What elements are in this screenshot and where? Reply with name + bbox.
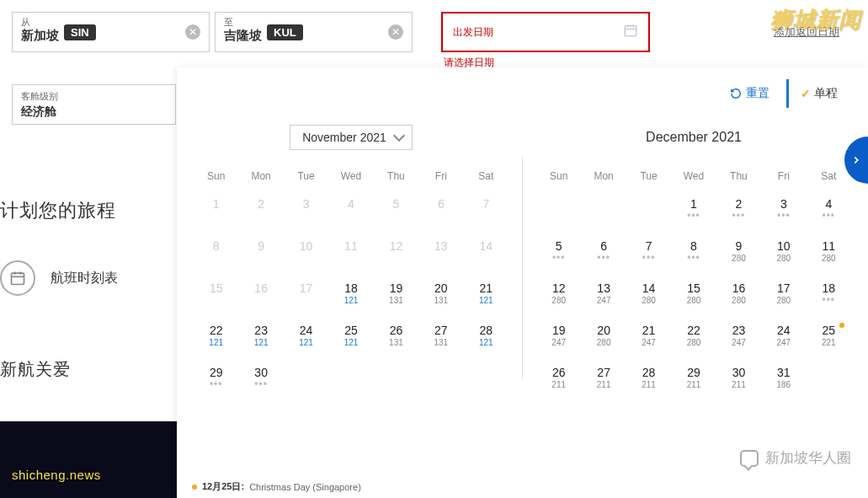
month-left: November 2021 SunMonTueWedThuFriSat 1234… bbox=[194, 123, 509, 396]
clear-destination-icon[interactable]: ✕ bbox=[388, 24, 403, 40]
calendar-day[interactable]: 26131 bbox=[374, 320, 418, 354]
calendar-popup: 重置 ✓ 单程 November 2021 SunMonTueWedThuFri… bbox=[177, 67, 868, 498]
clear-origin-icon[interactable]: ✕ bbox=[185, 24, 200, 40]
calendar-day[interactable]: 18••• bbox=[807, 278, 851, 312]
calendar-day[interactable]: 4••• bbox=[807, 194, 851, 228]
calendar-day[interactable]: 3••• bbox=[761, 194, 806, 228]
calendar-day[interactable]: 7••• bbox=[626, 236, 671, 270]
calendar-day: 11 bbox=[328, 236, 373, 270]
calendar-day[interactable]: 31186 bbox=[761, 362, 806, 396]
calendar-day[interactable]: 2••• bbox=[716, 194, 761, 228]
calendar-day[interactable]: 25121 bbox=[328, 320, 373, 354]
calendar-day[interactable]: 22121 bbox=[194, 320, 238, 354]
calendar-day[interactable]: 21247 bbox=[626, 320, 671, 354]
dow-label: Fri bbox=[418, 167, 463, 185]
calendar-day[interactable]: 28211 bbox=[626, 362, 671, 396]
calendar-day: 10 bbox=[284, 236, 328, 270]
calendar-day[interactable]: 23247 bbox=[716, 320, 761, 354]
calendar-day[interactable]: 29211 bbox=[671, 362, 716, 396]
calendar-day[interactable]: 30••• bbox=[238, 362, 283, 396]
origin-code-badge: SIN bbox=[64, 24, 96, 40]
calendar-day[interactable]: 12280 bbox=[536, 278, 581, 312]
calendar-day[interactable]: 20131 bbox=[418, 278, 463, 312]
calendar-day: 12 bbox=[374, 236, 418, 270]
flight-schedule-row[interactable]: 航班时刻表 bbox=[0, 249, 177, 308]
watermark-bottom-right: 新加坡华人圈 bbox=[740, 448, 851, 468]
dow-label: Fri bbox=[761, 167, 806, 185]
calendar-day[interactable]: 22280 bbox=[671, 320, 716, 354]
calendar-day[interactable]: 19131 bbox=[374, 278, 418, 312]
calendar-day: 13 bbox=[418, 236, 463, 270]
calendar-day: 17 bbox=[284, 278, 328, 312]
calendar-day[interactable]: 30211 bbox=[716, 362, 761, 396]
destination-field[interactable]: 至 吉隆坡 KUL ✕ bbox=[215, 12, 413, 52]
calendar-day[interactable]: 27211 bbox=[581, 362, 626, 396]
calendar-day[interactable]: 20280 bbox=[581, 320, 626, 354]
calendar-day: 16 bbox=[238, 278, 283, 312]
watermark-top-right: 狮城新闻 bbox=[770, 5, 861, 35]
calendar-day[interactable]: 8••• bbox=[671, 236, 716, 270]
calendar-day[interactable]: 19247 bbox=[536, 320, 581, 354]
dow-label: Sat bbox=[464, 167, 509, 185]
calendar-day[interactable]: 14280 bbox=[626, 278, 671, 312]
care-heading: 新航关爱 bbox=[0, 358, 177, 381]
calendar-day: 1 bbox=[194, 194, 238, 228]
calendar-day[interactable]: 6••• bbox=[581, 236, 626, 270]
calendar-day: 8 bbox=[194, 236, 238, 270]
calendar-day[interactable]: 13247 bbox=[581, 278, 626, 312]
calendar-day[interactable]: 11280 bbox=[807, 236, 851, 270]
calendar-day: 9 bbox=[238, 236, 283, 270]
cabin-value: 经济舱 bbox=[21, 104, 167, 120]
reset-button[interactable]: 重置 bbox=[730, 86, 769, 101]
month-selector[interactable]: November 2021 bbox=[290, 125, 413, 150]
calendar-day[interactable]: 24121 bbox=[284, 320, 328, 354]
calendar-day[interactable]: 5••• bbox=[536, 236, 581, 270]
origin-field[interactable]: 从 新加坡 SIN ✕ bbox=[12, 12, 210, 52]
dow-label: Thu bbox=[374, 167, 418, 185]
destination-city: 吉隆坡 bbox=[224, 28, 262, 44]
calendar-day[interactable]: 21121 bbox=[464, 278, 509, 312]
calendar-day[interactable]: 16280 bbox=[716, 278, 761, 312]
calendar-day[interactable]: 28121 bbox=[464, 320, 509, 354]
dow-label: Sun bbox=[536, 167, 581, 185]
departure-date-field[interactable]: 出发日期 bbox=[441, 12, 650, 52]
calendar-day: 3 bbox=[284, 194, 328, 228]
dow-label: Tue bbox=[284, 167, 328, 185]
holiday-legend: 12月25日: Christmas Day (Singapore) bbox=[192, 480, 361, 493]
calendar-day[interactable]: 29••• bbox=[194, 362, 238, 396]
calendar-day[interactable]: 9280 bbox=[716, 236, 761, 270]
cabin-label: 客舱级别 bbox=[21, 90, 167, 103]
legend-dot-icon bbox=[192, 485, 197, 490]
dow-label: Tue bbox=[626, 167, 671, 185]
dow-label: Sun bbox=[194, 167, 238, 185]
calendar-day[interactable]: 15280 bbox=[671, 278, 716, 312]
oneway-label: 单程 bbox=[814, 86, 838, 101]
oneway-tab[interactable]: ✓ 单程 bbox=[786, 79, 838, 108]
calendar-icon bbox=[623, 23, 638, 41]
origin-city: 新加坡 bbox=[21, 28, 59, 44]
calendar-day[interactable]: 23121 bbox=[238, 320, 283, 354]
svg-rect-4 bbox=[12, 273, 24, 284]
destination-code-badge: KUL bbox=[267, 24, 303, 40]
calendar-day[interactable]: 24247 bbox=[761, 320, 806, 354]
calendar-day[interactable]: 10280 bbox=[761, 236, 806, 270]
cabin-class-field[interactable]: 客舱级别 经济舱 bbox=[12, 84, 176, 125]
calendar-day: 7 bbox=[464, 194, 509, 228]
departure-date-label: 出发日期 bbox=[453, 25, 493, 40]
watermark-bottom-left: shicheng.news bbox=[12, 468, 101, 482]
calendar-day[interactable]: 1••• bbox=[671, 194, 716, 228]
legend-date: 12月25日: bbox=[202, 480, 244, 493]
dow-label: Mon bbox=[238, 167, 283, 185]
calendar-day[interactable]: 18121 bbox=[328, 278, 373, 312]
calendar-day[interactable]: 25221 bbox=[807, 320, 851, 354]
svg-rect-0 bbox=[625, 26, 636, 36]
month-right-title: December 2021 bbox=[536, 123, 851, 152]
origin-label: 从 bbox=[21, 16, 30, 29]
calendar-day: 2 bbox=[238, 194, 283, 228]
calendar-day[interactable]: 17280 bbox=[761, 278, 806, 312]
calendar-day[interactable]: 27131 bbox=[418, 320, 463, 354]
month-right: December 2021 SunMonTueWedThuFriSat 1•••… bbox=[536, 123, 851, 396]
calendar-day: 6 bbox=[418, 194, 463, 228]
calendar-day[interactable]: 26211 bbox=[536, 362, 581, 396]
reset-label: 重置 bbox=[746, 86, 769, 101]
